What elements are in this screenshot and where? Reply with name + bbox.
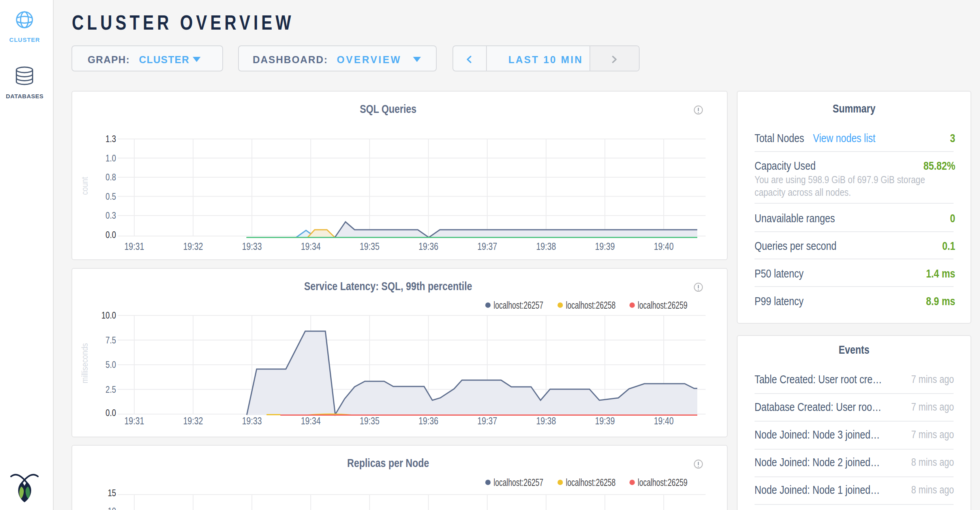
- svg-text:19:39: 19:39: [595, 241, 615, 252]
- svg-text:localhost:26258: localhost:26258: [566, 477, 616, 488]
- svg-text:19:31: 19:31: [124, 241, 144, 252]
- svg-text:1.0: 1.0: [105, 152, 116, 163]
- svg-text:19:34: 19:34: [301, 241, 321, 252]
- svg-text:localhost:26257: localhost:26257: [494, 477, 543, 488]
- svg-text:7.5: 7.5: [105, 334, 116, 345]
- svg-text:0.0: 0.0: [105, 407, 116, 418]
- svg-text:localhost:26259: localhost:26259: [638, 477, 687, 488]
- svg-text:1.3: 1.3: [105, 133, 116, 144]
- svg-text:localhost:26257: localhost:26257: [494, 300, 543, 311]
- svg-text:19:32: 19:32: [183, 416, 203, 427]
- svg-text:19:37: 19:37: [477, 241, 497, 252]
- svg-text:localhost:26258: localhost:26258: [566, 300, 616, 311]
- svg-text:5.0: 5.0: [105, 359, 116, 370]
- svg-text:19:35: 19:35: [360, 241, 379, 252]
- svg-text:19:35: 19:35: [360, 416, 379, 427]
- svg-text:19:40: 19:40: [654, 241, 674, 252]
- svg-text:19:33: 19:33: [242, 241, 262, 252]
- svg-text:0.0: 0.0: [105, 229, 116, 240]
- svg-text:19:31: 19:31: [124, 416, 144, 427]
- svg-text:localhost:26259: localhost:26259: [638, 300, 687, 311]
- svg-text:19:38: 19:38: [536, 241, 556, 252]
- svg-text:19:38: 19:38: [536, 416, 556, 427]
- svg-text:0.5: 0.5: [105, 191, 116, 202]
- svg-text:19:37: 19:37: [477, 416, 497, 427]
- svg-text:19:36: 19:36: [419, 416, 438, 427]
- svg-text:19:39: 19:39: [595, 416, 615, 427]
- svg-text:15: 15: [108, 488, 116, 499]
- svg-text:19:33: 19:33: [242, 416, 262, 427]
- svg-text:10.0: 10.0: [101, 310, 116, 321]
- svg-text:10: 10: [108, 506, 116, 510]
- svg-text:0.8: 0.8: [105, 172, 116, 183]
- svg-text:19:36: 19:36: [419, 241, 438, 252]
- svg-text:2.5: 2.5: [105, 384, 116, 395]
- svg-text:milliseconds: milliseconds: [80, 343, 90, 383]
- svg-text:19:40: 19:40: [654, 416, 674, 427]
- svg-text:19:34: 19:34: [301, 416, 321, 427]
- svg-text:19:32: 19:32: [183, 241, 203, 252]
- svg-text:0.3: 0.3: [105, 210, 116, 221]
- svg-text:count: count: [80, 177, 90, 195]
